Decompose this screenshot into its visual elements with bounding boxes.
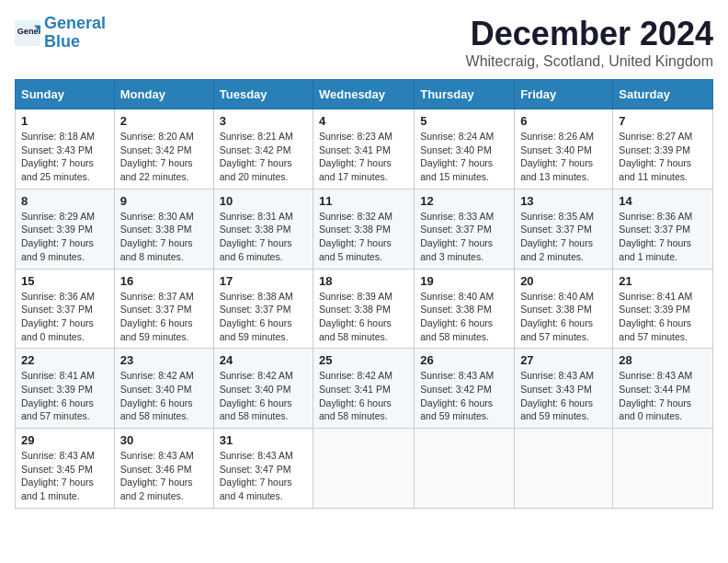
- day-number: 5: [420, 114, 508, 128]
- calendar-week-3: 15Sunrise: 8:36 AM Sunset: 3:37 PM Dayli…: [16, 269, 713, 349]
- header-sunday: Sunday: [16, 80, 115, 109]
- day-number: 7: [619, 114, 707, 128]
- day-info: Sunrise: 8:40 AM Sunset: 3:38 PM Dayligh…: [420, 290, 508, 344]
- day-info: Sunrise: 8:43 AM Sunset: 3:44 PM Dayligh…: [619, 369, 707, 423]
- day-info: Sunrise: 8:43 AM Sunset: 3:42 PM Dayligh…: [420, 369, 508, 423]
- day-number: 20: [520, 274, 607, 288]
- header-tuesday: Tuesday: [213, 80, 313, 109]
- logo: General General Blue: [15, 15, 106, 52]
- calendar-cell: 1Sunrise: 8:18 AM Sunset: 3:43 PM Daylig…: [16, 109, 115, 190]
- day-number: 13: [520, 194, 607, 208]
- logo-text-line1: General: [44, 15, 106, 33]
- calendar-cell: 4Sunrise: 8:23 AM Sunset: 3:41 PM Daylig…: [313, 109, 415, 190]
- calendar-cell: 23Sunrise: 8:42 AM Sunset: 3:40 PM Dayli…: [114, 349, 213, 429]
- calendar-table: SundayMondayTuesdayWednesdayThursdayFrid…: [15, 79, 713, 509]
- day-number: 27: [520, 353, 607, 367]
- day-number: 17: [220, 274, 307, 288]
- calendar-cell: 20Sunrise: 8:40 AM Sunset: 3:38 PM Dayli…: [515, 269, 613, 349]
- day-number: 22: [21, 353, 108, 367]
- location-title: Whitecraig, Scotland, United Kingdom: [466, 53, 713, 70]
- day-info: Sunrise: 8:27 AM Sunset: 3:39 PM Dayligh…: [619, 130, 707, 184]
- calendar-cell: 15Sunrise: 8:36 AM Sunset: 3:37 PM Dayli…: [16, 269, 115, 349]
- header-thursday: Thursday: [415, 80, 515, 109]
- day-number: 23: [120, 353, 208, 367]
- logo-icon: General: [15, 20, 40, 46]
- day-number: 2: [120, 114, 208, 128]
- calendar-cell: 14Sunrise: 8:36 AM Sunset: 3:37 PM Dayli…: [613, 189, 713, 269]
- calendar-cell: 22Sunrise: 8:41 AM Sunset: 3:39 PM Dayli…: [16, 349, 115, 429]
- day-number: 10: [220, 194, 307, 208]
- calendar-cell: 5Sunrise: 8:24 AM Sunset: 3:40 PM Daylig…: [415, 109, 515, 190]
- calendar-cell: 12Sunrise: 8:33 AM Sunset: 3:37 PM Dayli…: [415, 189, 515, 269]
- day-number: 15: [21, 274, 108, 288]
- day-info: Sunrise: 8:36 AM Sunset: 3:37 PM Dayligh…: [21, 290, 108, 344]
- calendar-cell: 29Sunrise: 8:43 AM Sunset: 3:45 PM Dayli…: [16, 429, 115, 509]
- calendar-week-2: 8Sunrise: 8:29 AM Sunset: 3:39 PM Daylig…: [16, 189, 713, 269]
- calendar-cell: [515, 429, 613, 509]
- day-info: Sunrise: 8:20 AM Sunset: 3:42 PM Dayligh…: [120, 130, 208, 184]
- calendar-cell: 3Sunrise: 8:21 AM Sunset: 3:42 PM Daylig…: [213, 109, 313, 190]
- calendar-cell: 18Sunrise: 8:39 AM Sunset: 3:38 PM Dayli…: [313, 269, 415, 349]
- day-number: 30: [120, 433, 208, 447]
- day-number: 1: [21, 114, 108, 128]
- day-info: Sunrise: 8:42 AM Sunset: 3:41 PM Dayligh…: [319, 369, 408, 423]
- day-number: 14: [619, 194, 707, 208]
- month-title: December 2024: [466, 15, 713, 53]
- day-number: 21: [619, 274, 707, 288]
- calendar-cell: 17Sunrise: 8:38 AM Sunset: 3:37 PM Dayli…: [213, 269, 313, 349]
- day-info: Sunrise: 8:43 AM Sunset: 3:45 PM Dayligh…: [21, 449, 108, 503]
- day-number: 8: [21, 194, 108, 208]
- day-info: Sunrise: 8:35 AM Sunset: 3:37 PM Dayligh…: [520, 210, 607, 264]
- day-info: Sunrise: 8:43 AM Sunset: 3:46 PM Dayligh…: [120, 449, 208, 503]
- calendar-week-5: 29Sunrise: 8:43 AM Sunset: 3:45 PM Dayli…: [16, 429, 713, 509]
- day-info: Sunrise: 8:40 AM Sunset: 3:38 PM Dayligh…: [520, 290, 607, 344]
- day-info: Sunrise: 8:41 AM Sunset: 3:39 PM Dayligh…: [619, 290, 707, 344]
- day-info: Sunrise: 8:37 AM Sunset: 3:37 PM Dayligh…: [120, 290, 208, 344]
- title-area: December 2024 Whitecraig, Scotland, Unit…: [466, 15, 713, 70]
- day-number: 11: [319, 194, 408, 208]
- calendar-cell: 27Sunrise: 8:43 AM Sunset: 3:43 PM Dayli…: [515, 349, 613, 429]
- day-info: Sunrise: 8:30 AM Sunset: 3:38 PM Dayligh…: [120, 210, 208, 264]
- day-info: Sunrise: 8:33 AM Sunset: 3:37 PM Dayligh…: [420, 210, 508, 264]
- calendar-cell: [313, 429, 415, 509]
- logo-text-line2: Blue: [44, 33, 106, 52]
- day-number: 26: [420, 353, 508, 367]
- day-info: Sunrise: 8:21 AM Sunset: 3:42 PM Dayligh…: [220, 130, 307, 184]
- day-info: Sunrise: 8:18 AM Sunset: 3:43 PM Dayligh…: [21, 130, 108, 184]
- calendar-cell: [613, 429, 713, 509]
- calendar-header-row: SundayMondayTuesdayWednesdayThursdayFrid…: [16, 80, 713, 109]
- day-info: Sunrise: 8:31 AM Sunset: 3:38 PM Dayligh…: [220, 210, 307, 264]
- day-number: 28: [619, 353, 707, 367]
- calendar-cell: 10Sunrise: 8:31 AM Sunset: 3:38 PM Dayli…: [213, 189, 313, 269]
- calendar-cell: 31Sunrise: 8:43 AM Sunset: 3:47 PM Dayli…: [213, 429, 313, 509]
- day-info: Sunrise: 8:42 AM Sunset: 3:40 PM Dayligh…: [120, 369, 208, 423]
- day-info: Sunrise: 8:39 AM Sunset: 3:38 PM Dayligh…: [319, 290, 408, 344]
- day-number: 19: [420, 274, 508, 288]
- day-info: Sunrise: 8:42 AM Sunset: 3:40 PM Dayligh…: [220, 369, 307, 423]
- calendar-cell: 11Sunrise: 8:32 AM Sunset: 3:38 PM Dayli…: [313, 189, 415, 269]
- header-monday: Monday: [114, 80, 213, 109]
- day-number: 29: [21, 433, 108, 447]
- calendar-cell: 25Sunrise: 8:42 AM Sunset: 3:41 PM Dayli…: [313, 349, 415, 429]
- day-number: 12: [420, 194, 508, 208]
- day-number: 3: [220, 114, 307, 128]
- calendar-cell: 21Sunrise: 8:41 AM Sunset: 3:39 PM Dayli…: [613, 269, 713, 349]
- day-number: 18: [319, 274, 408, 288]
- calendar-cell: 9Sunrise: 8:30 AM Sunset: 3:38 PM Daylig…: [114, 189, 213, 269]
- day-number: 6: [520, 114, 607, 128]
- day-info: Sunrise: 8:36 AM Sunset: 3:37 PM Dayligh…: [619, 210, 707, 264]
- day-info: Sunrise: 8:43 AM Sunset: 3:47 PM Dayligh…: [220, 449, 307, 503]
- day-info: Sunrise: 8:41 AM Sunset: 3:39 PM Dayligh…: [21, 369, 108, 423]
- calendar-cell: [415, 429, 515, 509]
- calendar-cell: 30Sunrise: 8:43 AM Sunset: 3:46 PM Dayli…: [114, 429, 213, 509]
- calendar-week-4: 22Sunrise: 8:41 AM Sunset: 3:39 PM Dayli…: [16, 349, 713, 429]
- day-info: Sunrise: 8:43 AM Sunset: 3:43 PM Dayligh…: [520, 369, 607, 423]
- day-number: 25: [319, 353, 408, 367]
- calendar-cell: 2Sunrise: 8:20 AM Sunset: 3:42 PM Daylig…: [114, 109, 213, 190]
- day-number: 16: [120, 274, 208, 288]
- calendar-cell: 19Sunrise: 8:40 AM Sunset: 3:38 PM Dayli…: [415, 269, 515, 349]
- day-info: Sunrise: 8:23 AM Sunset: 3:41 PM Dayligh…: [319, 130, 408, 184]
- header-wednesday: Wednesday: [313, 80, 415, 109]
- calendar-week-1: 1Sunrise: 8:18 AM Sunset: 3:43 PM Daylig…: [16, 109, 713, 190]
- calendar-cell: 26Sunrise: 8:43 AM Sunset: 3:42 PM Dayli…: [415, 349, 515, 429]
